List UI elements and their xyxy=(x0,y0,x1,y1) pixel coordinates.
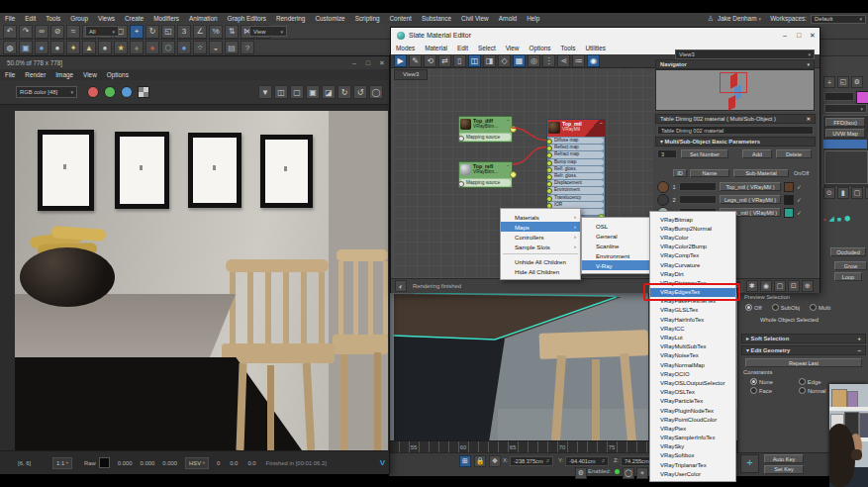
menu-item[interactable]: Render xyxy=(20,69,50,80)
zoom-tool-icon[interactable]: ◉ xyxy=(587,54,600,67)
vertex-subobject-icon[interactable]: • xyxy=(823,216,825,223)
context-menu-item[interactable]: Maps› xyxy=(501,222,580,232)
grid-snap-icon[interactable]: ⊞ xyxy=(459,455,471,467)
vray-map-item[interactable]: VRayGLSLTex xyxy=(650,306,735,315)
vray-map-item[interactable]: VRayOSLOutputSelector xyxy=(650,378,735,387)
color-corrections-icon[interactable]: ▣ xyxy=(306,85,320,99)
pick-material-icon[interactable]: ✎ xyxy=(409,54,422,67)
submaterial-thumb[interactable] xyxy=(657,194,669,206)
object-name-field[interactable] xyxy=(824,92,854,101)
blue-channel-button[interactable] xyxy=(121,86,133,98)
menu-item[interactable]: Views xyxy=(93,13,120,24)
vfb-titlebar[interactable]: 50.0% of 778 x 778] – □ ✕ xyxy=(0,56,389,69)
minimize-icon[interactable]: – xyxy=(778,30,792,41)
node-slot[interactable]: Mapping source xyxy=(460,134,511,141)
vray-map-item[interactable]: VRayUserColor xyxy=(650,469,735,478)
spinner-snap-icon[interactable]: ⇅ xyxy=(225,25,239,39)
name-column-header[interactable]: Name xyxy=(690,169,729,177)
menu-item[interactable]: Scripting xyxy=(350,13,385,24)
utilities-tab-icon[interactable]: ⚙ xyxy=(851,76,863,88)
bind-spacewarp-icon[interactable]: ≈ xyxy=(66,25,80,39)
vray-map-item[interactable]: VRayNoiseTex xyxy=(650,351,735,360)
menu-item[interactable]: Tools xyxy=(555,43,580,54)
submaterial-enabled-check[interactable]: ✓ xyxy=(797,197,802,203)
menu-item[interactable]: Content xyxy=(385,13,417,24)
vray-map-item[interactable]: VRayPointCloudColor xyxy=(650,415,735,424)
navigator-preview[interactable] xyxy=(655,69,815,111)
menu-item[interactable]: Image xyxy=(50,69,78,80)
geometry-icon[interactable]: ▲ xyxy=(82,41,96,54)
edge-subobject-icon[interactable]: ◢ xyxy=(828,215,833,223)
animation-settings-icon[interactable]: ⚙ xyxy=(575,467,587,479)
radio-edge[interactable] xyxy=(799,378,806,385)
node-top-refl[interactable]: Top_refl VRayBitm... − Mapping source xyxy=(458,161,513,188)
submaterial-name-field[interactable] xyxy=(679,182,717,191)
compare-icon[interactable]: ◪ xyxy=(322,85,336,99)
node-slot[interactable]: Refr. gloss. xyxy=(548,173,604,179)
grow-button[interactable]: Grow xyxy=(834,261,867,270)
material-count-field[interactable]: 3 xyxy=(657,149,677,158)
radio-none[interactable] xyxy=(750,378,757,385)
follow-mouse-icon[interactable]: ↻ xyxy=(338,85,351,99)
red-channel-button[interactable] xyxy=(87,86,99,98)
maximize-icon[interactable]: □ xyxy=(792,30,806,41)
menu-item[interactable]: Animation xyxy=(184,13,222,24)
submaterial-column-header[interactable]: Sub-Material xyxy=(733,169,789,177)
redo-icon[interactable]: ↷ xyxy=(19,25,33,39)
basic-params-rollout[interactable]: ▾ Multi/Sub-Object Basic Parameters xyxy=(655,137,816,146)
menu-item[interactable]: Modifiers xyxy=(148,13,184,24)
select-and-link-icon[interactable]: ∞ xyxy=(35,25,48,39)
sme-titlebar[interactable]: Slate Material Editor – □ ✕ xyxy=(391,28,820,44)
clear-image-icon[interactable]: ◯ xyxy=(369,85,383,99)
select-tool-icon[interactable]: ▶ xyxy=(394,54,407,67)
node-slot[interactable]: Reflect map xyxy=(548,145,604,150)
snap-toggle-icon[interactable]: 3 xyxy=(177,25,191,39)
modifier-uvw-map[interactable]: UVW Map xyxy=(825,129,865,138)
context-menu-item[interactable]: Hide All Children xyxy=(501,266,580,276)
menu-item[interactable]: Options xyxy=(524,43,555,54)
world-icon[interactable]: ● xyxy=(177,41,191,54)
zoom-region-icon[interactable]: ▢ xyxy=(774,280,786,292)
make-unique-icon[interactable]: ▢ xyxy=(851,187,863,199)
show-map-icon[interactable]: ▯ xyxy=(453,54,466,67)
vray-map-item[interactable]: VRayBitmap xyxy=(650,215,735,224)
help-icon[interactable]: ? xyxy=(241,41,254,54)
node-slot[interactable]: Diffuse map xyxy=(548,138,604,144)
menu-item[interactable]: Material xyxy=(420,43,452,54)
render-production-icon[interactable]: ● xyxy=(35,41,48,54)
id-column-header[interactable]: ID xyxy=(673,169,687,177)
edit-geometry-rollout[interactable]: ▾ Edit Geometry− xyxy=(741,345,866,355)
loop-button[interactable]: Loop xyxy=(834,272,862,281)
particles-icon[interactable]: ⁘ xyxy=(193,41,207,54)
menu-item[interactable]: File xyxy=(0,13,20,24)
auto-key-button[interactable]: Auto Key xyxy=(764,454,804,463)
menu-item[interactable]: Options xyxy=(102,69,134,80)
save-image-icon[interactable]: ▼ xyxy=(258,85,272,99)
menu-item[interactable]: Arnold xyxy=(494,13,522,24)
submaterial-name-field[interactable] xyxy=(679,195,717,204)
lock-selection-icon[interactable]: 🔒 xyxy=(474,455,486,467)
collapse-icon[interactable]: − xyxy=(507,117,510,123)
y-coordinate-field[interactable]: -94.401cm⇵ xyxy=(565,456,609,466)
select-and-move-icon[interactable]: + xyxy=(130,25,144,39)
maximize-icon[interactable]: □ xyxy=(361,57,375,68)
node-slot[interactable]: Bump map xyxy=(548,159,604,165)
vray-map-item[interactable]: VRayCurvature xyxy=(650,260,735,269)
node-slot[interactable]: Translucency xyxy=(548,195,604,201)
render-setup-icon[interactable]: ◍ xyxy=(3,41,17,54)
alpha-channel-button[interactable] xyxy=(138,86,149,98)
vray-map-item[interactable]: VRaySamplerInfoTex xyxy=(650,434,735,442)
vray-map-item[interactable]: VRayOCIO xyxy=(650,369,735,378)
vray-map-item[interactable]: VRayICC xyxy=(650,324,735,333)
radio-face[interactable] xyxy=(750,387,757,394)
select-tree-icon[interactable]: ≔ xyxy=(572,54,585,67)
sample-type-icon[interactable]: ◇ xyxy=(498,54,511,67)
move-children-icon[interactable]: ⋖ xyxy=(557,54,570,67)
navigator-header[interactable]: Navigator▾ xyxy=(655,59,815,69)
context-menu-item[interactable]: Materials› xyxy=(501,212,580,222)
track-mouse-icon[interactable]: ↺ xyxy=(353,85,367,99)
layout-children-icon[interactable]: ◎ xyxy=(528,54,540,67)
output-socket[interactable] xyxy=(510,126,517,133)
modifier-list-dropdown[interactable]: ▾ xyxy=(824,104,867,113)
menu-item[interactable]: Select xyxy=(473,43,501,54)
